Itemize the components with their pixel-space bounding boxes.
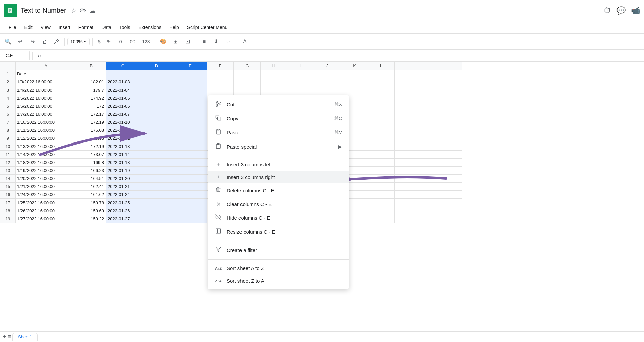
ctx-item-paste[interactable]: Paste⌘V <box>208 125 349 139</box>
cell-4-A[interactable]: 1/5/2022 16:00:00 <box>16 94 76 102</box>
cell-16-A[interactable]: 1/24/2022 16:00:00 <box>16 191 76 199</box>
cell-extra-5-2[interactable] <box>368 110 395 118</box>
cell-3-C[interactable]: 2022-01-04 <box>106 86 140 94</box>
cell-extra-8-3[interactable] <box>395 134 462 142</box>
cell-1-B[interactable] <box>76 70 106 78</box>
cell-4-B[interactable]: 174.92 <box>76 94 106 102</box>
cell-10-num[interactable]: 10 <box>0 142 16 151</box>
cell-2-A[interactable]: 1/3/2022 16:00:00 <box>16 78 76 86</box>
cell-5-A[interactable]: 1/6/2022 16:00:00 <box>16 102 76 110</box>
cell-12-A[interactable]: 1/18/2022 16:00:00 <box>16 159 76 167</box>
cell-2-D[interactable] <box>140 78 173 86</box>
cell-4-E[interactable] <box>173 94 207 102</box>
cell-1-A[interactable]: Date <box>16 70 76 78</box>
cell-extra-6-2[interactable] <box>368 118 395 126</box>
menu-data[interactable]: Data <box>98 23 115 32</box>
cell-17-A[interactable]: 1/25/2022 16:00:00 <box>16 199 76 207</box>
cell-10-E[interactable] <box>173 142 207 151</box>
cell-9-A[interactable]: 1/12/2022 16:00:00 <box>16 134 76 142</box>
cell-15-B[interactable]: 162.41 <box>76 183 106 191</box>
col-header-c[interactable]: C <box>106 62 140 70</box>
sheet-tab-1[interactable]: Sheet1 <box>12 333 38 341</box>
cell-11-num[interactable]: 11 <box>0 151 16 159</box>
col-header-d[interactable]: D <box>140 62 173 70</box>
cell-1-num[interactable]: 1 <box>0 70 16 78</box>
cell-5-E[interactable] <box>173 102 207 110</box>
col-header-i[interactable]: I <box>287 62 314 70</box>
cell-19-num[interactable]: 19 <box>0 215 16 223</box>
cell-11-D[interactable] <box>140 151 173 159</box>
cell-2-G[interactable] <box>234 78 261 86</box>
cell-2-C[interactable]: 2022-01-03 <box>106 78 140 86</box>
text-wrap-btn[interactable]: ↔ <box>223 36 233 47</box>
cell-5-B[interactable]: 172 <box>76 102 106 110</box>
cell-16-D[interactable] <box>140 191 173 199</box>
cell-3-num[interactable]: 3 <box>0 86 16 94</box>
cell-1-H[interactable] <box>261 70 287 78</box>
cell-8-E[interactable] <box>173 126 207 134</box>
cell-7-C[interactable]: 2022-01-10 <box>106 118 140 126</box>
cell-1-I[interactable] <box>287 70 314 78</box>
cell-13-D[interactable] <box>140 167 173 175</box>
menu-edit[interactable]: Edit <box>21 23 36 32</box>
cell-13-num[interactable]: 13 <box>0 167 16 175</box>
cell-18-C[interactable]: 2022-01-26 <box>106 207 140 215</box>
menu-help[interactable]: Help <box>166 23 182 32</box>
cell-1-E[interactable] <box>173 70 207 78</box>
cell-15-D[interactable] <box>140 183 173 191</box>
cell-6-num[interactable]: 6 <box>0 110 16 118</box>
cell-19-A[interactable]: 1/27/2022 16:00:00 <box>16 215 76 223</box>
cell-extra-6-3[interactable] <box>395 118 462 126</box>
ctx-item-paste-special[interactable]: Paste special▶ <box>208 139 349 154</box>
cell-7-B[interactable]: 172.19 <box>76 118 106 126</box>
cell-2-B[interactable]: 182.01 <box>76 78 106 86</box>
cell-extra-2-3[interactable] <box>395 86 462 94</box>
cell-8-B[interactable]: 175.08 <box>76 126 106 134</box>
cell-extra-16-2[interactable] <box>368 199 395 207</box>
cell-3-A[interactable]: 1/4/2022 16:00:00 <box>16 86 76 94</box>
cell-7-D[interactable] <box>140 118 173 126</box>
cell-extra-0-0[interactable] <box>314 70 341 78</box>
cell-14-B[interactable]: 164.51 <box>76 175 106 183</box>
ctx-item-hide-cols[interactable]: Hide columns C - E <box>208 211 349 225</box>
cell-extra-0-3[interactable] <box>395 70 462 78</box>
cell-extra-1-2[interactable] <box>368 78 395 86</box>
cell-3-H[interactable] <box>261 86 287 94</box>
cell-5-C[interactable]: 2022-01-06 <box>106 102 140 110</box>
cell-6-A[interactable]: 1/7/2022 16:00:00 <box>16 110 76 118</box>
search-btn[interactable]: 🔍 <box>3 36 13 47</box>
menu-tools[interactable]: Tools <box>116 23 134 32</box>
zoom-control[interactable]: 100% ▼ <box>67 38 90 45</box>
ctx-item-resize-cols[interactable]: Resize columns C - E <box>208 225 349 239</box>
col-header-b[interactable]: B <box>76 62 106 70</box>
cell-extra-2-1[interactable] <box>341 86 368 94</box>
cell-12-num[interactable]: 12 <box>0 159 16 167</box>
cell-18-A[interactable]: 1/26/2022 16:00:00 <box>16 207 76 215</box>
cell-9-E[interactable] <box>173 134 207 142</box>
cell-18-B[interactable]: 159.69 <box>76 207 106 215</box>
cell-extra-3-2[interactable] <box>368 94 395 102</box>
cell-extra-10-2[interactable] <box>368 151 395 159</box>
fill-color-btn[interactable]: 🎨 <box>158 36 169 47</box>
menu-format[interactable]: Format <box>75 23 97 32</box>
ctx-item-delete-cols[interactable]: Delete columns C - E <box>208 183 349 197</box>
cell-extra-3-3[interactable] <box>395 94 462 102</box>
cell-11-C[interactable]: 2022-01-14 <box>106 151 140 159</box>
cell-4-C[interactable]: 2022-01-05 <box>106 94 140 102</box>
cell-1-G[interactable] <box>234 70 261 78</box>
cell-2-E[interactable] <box>173 78 207 86</box>
cell-extra-13-3[interactable] <box>395 175 462 183</box>
cell-extra-8-2[interactable] <box>368 134 395 142</box>
cell-extra-17-2[interactable] <box>368 207 395 215</box>
add-sheet-btn[interactable]: + <box>3 333 6 340</box>
cell-12-E[interactable] <box>173 159 207 167</box>
cell-extra-18-3[interactable] <box>395 215 462 223</box>
col-header-f[interactable]: F <box>207 62 234 70</box>
cell-16-num[interactable]: 16 <box>0 191 16 199</box>
currency-btn[interactable]: $ <box>95 38 103 45</box>
cell-extra-9-3[interactable] <box>395 142 462 151</box>
col-header-g[interactable]: G <box>234 62 261 70</box>
cell-5-num[interactable]: 5 <box>0 102 16 110</box>
comment-btn[interactable]: 💬 <box>616 6 626 15</box>
cell-12-D[interactable] <box>140 159 173 167</box>
